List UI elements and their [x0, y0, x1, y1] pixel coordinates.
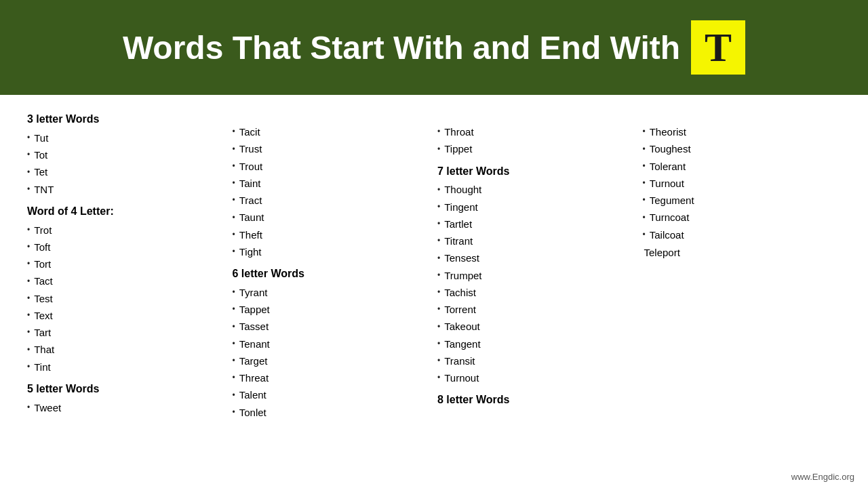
list-item: Tangent	[437, 336, 636, 352]
list-item: Turnout	[437, 369, 636, 386]
list-5letter: Tweet	[27, 399, 226, 416]
list-item: Theft	[233, 226, 431, 243]
list-item: TNT	[27, 181, 226, 198]
list-6letter: Tyrant Tappet Tasset Tenant Target Threa…	[233, 284, 431, 421]
list-item: Toughest	[643, 140, 842, 157]
list-item: Turnout	[643, 175, 842, 192]
column-4: Theorist Toughest Tolerant Turnout Tegum…	[643, 106, 842, 421]
heading-5letter: 5 letter Words	[27, 381, 226, 398]
list-item: Tolerant	[643, 158, 842, 175]
list-item: Titrant	[437, 232, 636, 249]
list-item: Tart	[27, 324, 226, 341]
list-item: That	[27, 341, 226, 358]
column-3: Throat Tippet 7 letter Words Thought Tin…	[437, 106, 636, 421]
list-item: Text	[27, 307, 226, 324]
column-1: 3 letter Words Tut Tot Tet TNT Word of 4…	[27, 106, 226, 421]
list-7letter: Thought Tingent Tartlet Titrant Tensest …	[437, 181, 636, 386]
list-item: Tippet	[437, 140, 636, 157]
footer-url: www.Engdic.org	[791, 472, 854, 482]
heading-7letter: 7 letter Words	[437, 163, 636, 180]
list-item: Tartlet	[437, 216, 636, 232]
list-item: Tight	[233, 243, 431, 260]
list-item: Tachist	[437, 284, 636, 301]
list-item: Takeout	[437, 318, 636, 335]
list-item: Turncoat	[643, 209, 842, 226]
list-item: Tort	[27, 256, 226, 272]
list-item: Tut	[27, 129, 226, 146]
list-item: Taunt	[233, 209, 431, 226]
standalone-teleport: Teleport	[643, 245, 842, 260]
list-item: Tract	[233, 192, 431, 209]
list-item: Thought	[437, 181, 636, 198]
list-item: Tet	[27, 163, 226, 180]
header-title-text: Words That Start With and End With	[123, 29, 680, 66]
list-item: Tenant	[233, 336, 431, 352]
heading-4letter: Word of 4 Letter:	[27, 203, 226, 220]
list-item: Tweet	[27, 399, 226, 416]
list-item: Tot	[27, 146, 226, 163]
list-item: Tasset	[233, 318, 431, 335]
list-item: Tailcoat	[643, 226, 842, 243]
content-area: 3 letter Words Tut Tot Tet TNT Word of 4…	[0, 95, 868, 428]
heading-3letter: 3 letter Words	[27, 111, 226, 128]
list-item: Tingent	[437, 199, 636, 216]
column-2: Tacit Trust Trout Taint Tract Taunt Thef…	[233, 106, 431, 421]
list-item: Tacit	[233, 123, 431, 140]
list-item: Tint	[27, 359, 226, 375]
list-item: Trumpet	[437, 267, 636, 284]
list-item: Tappet	[233, 301, 431, 318]
list-item: Target	[233, 352, 431, 369]
list-item: Theorist	[643, 123, 842, 140]
list-item: Taint	[233, 175, 431, 192]
list-item: Torrent	[437, 301, 636, 318]
list-col3-top: Throat Tippet	[437, 123, 636, 158]
heading-6letter: 6 letter Words	[233, 266, 431, 283]
list-col4: Theorist Toughest Tolerant Turnout Tegum…	[643, 123, 842, 243]
list-4letter: Trot Toft Tort Tact Test Text Tart That …	[27, 222, 226, 375]
page-header: Words That Start With and End With T	[0, 0, 868, 95]
list-item: Tensest	[437, 249, 636, 266]
list-item: Toft	[27, 239, 226, 256]
list-item: Throat	[437, 123, 636, 140]
list-item: Trout	[233, 158, 431, 175]
list-item: Tact	[27, 272, 226, 289]
list-item: Transit	[437, 352, 636, 369]
list-item: Tonlet	[233, 404, 431, 421]
list-item: Tyrant	[233, 284, 431, 301]
header-t-icon: T	[691, 20, 745, 75]
list-item: Threat	[233, 369, 431, 386]
header-title: Words That Start With and End With T	[123, 20, 745, 75]
list-col2-top: Tacit Trust Trout Taint Tract Taunt Thef…	[233, 123, 431, 260]
list-item: Talent	[233, 386, 431, 403]
list-3letter: Tut Tot Tet TNT	[27, 129, 226, 198]
list-item: Trot	[27, 222, 226, 239]
list-item: Trust	[233, 140, 431, 157]
heading-8letter: 8 letter Words	[437, 392, 636, 409]
list-item: Tegument	[643, 192, 842, 209]
list-item: Test	[27, 290, 226, 307]
